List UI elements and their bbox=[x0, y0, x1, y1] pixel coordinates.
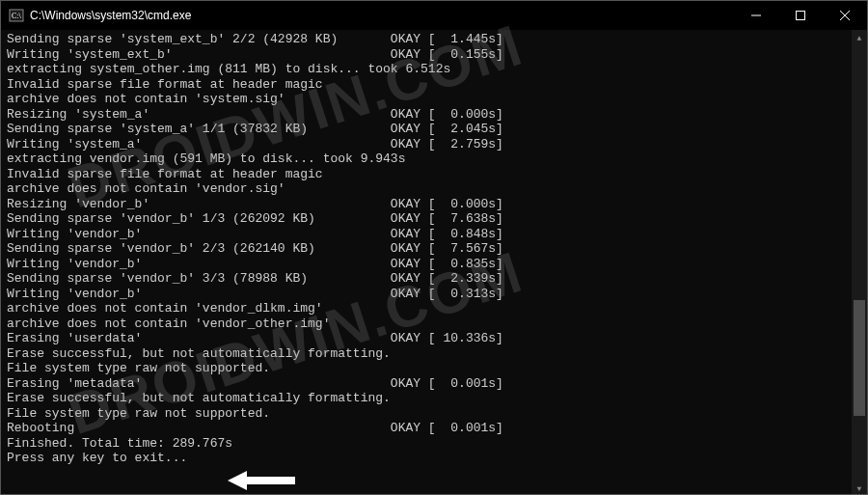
terminal-line: archive does not contain 'vendor_dlkm.im… bbox=[7, 301, 861, 316]
terminal-line: File system type raw not supported. bbox=[7, 406, 861, 422]
terminal-line: Writing 'vendor_b' OKAY [ 0.313s] bbox=[7, 287, 861, 302]
terminal-line: Sending sparse 'system_a' 1/1 (37832 KB)… bbox=[7, 122, 861, 137]
terminal-line: Sending sparse 'system_ext_b' 2/2 (42928… bbox=[7, 32, 861, 47]
terminal-line: Sending sparse 'vendor_b' 3/3 (78988 KB)… bbox=[7, 271, 861, 287]
terminal-line: archive does not contain 'vendor_other.i… bbox=[7, 316, 861, 332]
terminal-line: Writing 'system_ext_b' OKAY [ 0.155s] bbox=[7, 47, 861, 63]
terminal-line: Sending sparse 'vendor_b' 2/3 (262140 KB… bbox=[7, 241, 861, 257]
terminal-output[interactable]: Sending sparse 'system_ext_b' 2/2 (42928… bbox=[1, 30, 867, 468]
terminal-line: Sending sparse 'vendor_b' 1/3 (262092 KB… bbox=[7, 211, 861, 227]
svg-marker-6 bbox=[228, 471, 295, 490]
terminal-line: File system type raw not supported. bbox=[7, 361, 861, 376]
annotation-arrow-icon bbox=[228, 469, 295, 495]
terminal-line: Press any key to exit... bbox=[7, 451, 861, 466]
terminal-line: Erase successful, but not automatically … bbox=[7, 346, 861, 362]
terminal-line: Rebooting OKAY [ 0.001s] bbox=[7, 421, 861, 436]
window-controls bbox=[734, 1, 867, 30]
terminal-line: Erasing 'metadata' OKAY [ 0.001s] bbox=[7, 376, 861, 392]
scrollbar-thumb[interactable] bbox=[854, 300, 865, 416]
terminal-line: Invalid sparse file format at header mag… bbox=[7, 77, 861, 93]
terminal-line: extracting system_other.img (811 MB) to … bbox=[7, 62, 861, 77]
scrollbar[interactable]: ▲ ▼ bbox=[852, 30, 867, 495]
svg-text:C:\: C:\ bbox=[12, 12, 22, 20]
titlebar[interactable]: C:\ C:\Windows\system32\cmd.exe bbox=[1, 1, 867, 30]
scroll-down-icon[interactable]: ▼ bbox=[852, 481, 867, 495]
maximize-button[interactable] bbox=[778, 1, 823, 30]
terminal-line: Writing 'vendor_b' OKAY [ 0.835s] bbox=[7, 257, 861, 272]
window-title: C:\Windows\system32\cmd.exe bbox=[30, 9, 191, 22]
terminal-line: Writing 'system_a' OKAY [ 2.759s] bbox=[7, 137, 861, 152]
terminal-line: archive does not contain 'system.sig' bbox=[7, 92, 861, 107]
terminal-line: Erase successful, but not automatically … bbox=[7, 391, 861, 406]
terminal-line: Resizing 'system_a' OKAY [ 0.000s] bbox=[7, 107, 861, 123]
terminal-line: Invalid sparse file format at header mag… bbox=[7, 167, 861, 182]
terminal-line: extracting vendor.img (591 MB) to disk..… bbox=[7, 151, 861, 167]
terminal-line: Finished. Total time: 289.767s bbox=[7, 436, 861, 452]
svg-rect-3 bbox=[797, 12, 805, 20]
scroll-up-icon[interactable]: ▲ bbox=[852, 30, 867, 45]
cmd-icon: C:\ bbox=[9, 8, 24, 23]
terminal-line: Erasing 'userdata' OKAY [ 10.336s] bbox=[7, 331, 861, 346]
terminal-line: Writing 'vendor_b' OKAY [ 0.848s] bbox=[7, 227, 861, 242]
terminal-line: archive does not contain 'vendor.sig' bbox=[7, 181, 861, 197]
terminal-line: Resizing 'vendor_b' OKAY [ 0.000s] bbox=[7, 197, 861, 212]
minimize-button[interactable] bbox=[734, 1, 778, 30]
close-button[interactable] bbox=[823, 1, 867, 30]
